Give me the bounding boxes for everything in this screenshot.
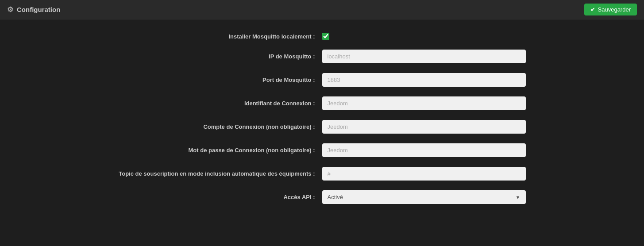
select-wrapper-acces-api: Activé Désactivé <box>322 190 526 204</box>
label-port-mosquitto: Port de Mosquitto : <box>119 77 322 83</box>
gear-icon: ⚙ <box>7 5 13 14</box>
form-row-password: Mot de passe de Connexion (non obligatoi… <box>0 143 644 157</box>
label-compte: Compte de Connexion (non obligatoire) : <box>119 123 322 130</box>
page-title: ⚙ Configuration <box>7 5 60 14</box>
save-label: Sauvegarder <box>598 6 631 13</box>
checkbox-wrapper <box>322 33 526 40</box>
title-text: Configuration <box>17 6 60 13</box>
label-topic: Topic de souscription en mode inclusion … <box>119 170 322 177</box>
compte-input[interactable] <box>322 120 526 134</box>
label-ip-mosquitto: IP de Mosquitto : <box>119 53 322 60</box>
form-row-port-mosquitto: Port de Mosquitto : <box>0 73 644 87</box>
acces-api-select[interactable]: Activé Désactivé <box>322 190 526 204</box>
ip-mosquitto-input[interactable] <box>322 50 526 63</box>
save-button[interactable]: ✔ Sauvegarder <box>584 4 637 15</box>
top-bar: ⚙ Configuration ✔ Sauvegarder <box>0 0 644 19</box>
label-acces-api: Accès API : <box>119 194 322 200</box>
form-row-topic: Topic de souscription en mode inclusion … <box>0 167 644 181</box>
label-identifiant: Identifiant de Connexion : <box>119 100 322 107</box>
label-install-mosquitto: Installer Mosquitto localement : <box>119 33 322 40</box>
topic-input[interactable] <box>322 167 526 181</box>
identifiant-input[interactable] <box>322 96 526 110</box>
label-password: Mot de passe de Connexion (non obligatoi… <box>119 147 322 154</box>
form-row-compte: Compte de Connexion (non obligatoire) : <box>0 120 644 134</box>
save-icon: ✔ <box>590 6 595 13</box>
form-row-identifiant: Identifiant de Connexion : <box>0 96 644 110</box>
form-row-ip-mosquitto: IP de Mosquitto : <box>0 50 644 63</box>
main-content: Installer Mosquitto localement : IP de M… <box>0 19 644 217</box>
port-mosquitto-input[interactable] <box>322 73 526 87</box>
form-row-acces-api: Accès API : Activé Désactivé <box>0 190 644 204</box>
form-row-install-mosquitto: Installer Mosquitto localement : <box>0 33 644 40</box>
password-input[interactable] <box>322 143 526 157</box>
install-mosquitto-checkbox[interactable] <box>322 33 329 40</box>
